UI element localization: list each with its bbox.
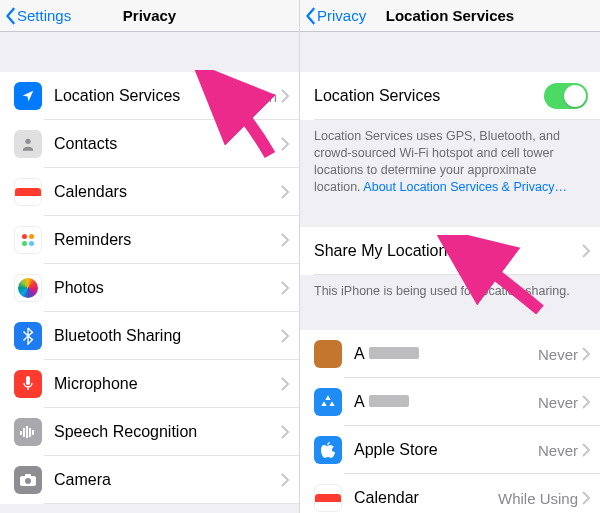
row-calendar-app[interactable]: Calendar While Using — [300, 474, 600, 513]
camera-icon — [14, 466, 42, 494]
back-label: Privacy — [317, 7, 366, 24]
chevron-left-icon — [304, 7, 318, 25]
apps-list: A Never A Never Apple Store Never — [300, 330, 600, 513]
chevron-right-icon — [281, 137, 289, 151]
row-app[interactable]: A Never — [300, 330, 600, 378]
contacts-icon — [14, 130, 42, 158]
about-link[interactable]: About Location Services & Privacy… — [363, 180, 567, 194]
microphone-icon — [14, 370, 42, 398]
svg-rect-9 — [25, 474, 31, 477]
row-label: Reminders — [54, 231, 281, 249]
row-photos[interactable]: Photos — [0, 264, 299, 312]
row-microphone[interactable]: Microphone — [0, 360, 299, 408]
row-location-services[interactable]: Location Services On — [0, 72, 299, 120]
bluetooth-icon — [14, 322, 42, 350]
chevron-right-icon — [582, 244, 590, 258]
photos-icon — [14, 274, 42, 302]
row-value: While Using — [498, 490, 578, 507]
back-button-privacy[interactable]: Privacy — [300, 7, 366, 25]
toggle-switch[interactable] — [544, 83, 588, 109]
section-gap — [300, 202, 600, 227]
chevron-right-icon — [582, 395, 590, 409]
row-label: Contacts — [54, 135, 281, 153]
row-value: Never — [538, 346, 578, 363]
row-value: Never — [538, 394, 578, 411]
row-label: Calendars — [54, 183, 281, 201]
chevron-right-icon — [582, 491, 590, 505]
row-label: Location Services — [54, 87, 257, 105]
master-toggle-list: Location Services — [300, 72, 600, 120]
chevron-right-icon — [281, 425, 289, 439]
navbar-left: Settings Privacy — [0, 0, 299, 32]
app-icon — [314, 388, 342, 416]
chevron-right-icon — [281, 329, 289, 343]
row-label: A — [354, 345, 538, 363]
row-label: Calendar — [354, 489, 498, 507]
section-gap — [300, 32, 600, 72]
row-contacts[interactable]: Contacts — [0, 120, 299, 168]
location-services-pane: Privacy Location Services Location Servi… — [300, 0, 600, 513]
svg-rect-6 — [32, 430, 34, 435]
row-label: Microphone — [54, 375, 281, 393]
chevron-right-icon — [281, 233, 289, 247]
svg-point-8 — [25, 478, 31, 484]
row-speech[interactable]: Speech Recognition — [0, 408, 299, 456]
speech-icon — [14, 418, 42, 446]
apple-store-icon — [314, 436, 342, 464]
row-calendars[interactable]: Calendars — [0, 168, 299, 216]
app-icon — [314, 340, 342, 368]
chevron-right-icon — [281, 377, 289, 391]
section-gap — [300, 305, 600, 330]
row-location-toggle[interactable]: Location Services — [300, 72, 600, 120]
svg-point-0 — [25, 139, 30, 144]
chevron-right-icon — [281, 281, 289, 295]
blurred-text — [369, 395, 409, 407]
row-label: Speech Recognition — [54, 423, 281, 441]
navbar-right: Privacy Location Services — [300, 0, 600, 32]
calendar-icon — [14, 178, 42, 206]
row-camera[interactable]: Camera — [0, 456, 299, 504]
blurred-text — [369, 347, 419, 359]
row-label: A — [354, 393, 538, 411]
share-location-list: Share My Location — [300, 227, 600, 275]
row-reminders[interactable]: Reminders — [0, 216, 299, 264]
chevron-right-icon — [281, 89, 289, 103]
row-value: Never — [538, 442, 578, 459]
share-description: This iPhone is being used for location s… — [300, 275, 600, 306]
privacy-list: Location Services On Contacts Calendars — [0, 72, 299, 504]
row-share-location[interactable]: Share My Location — [300, 227, 600, 275]
svg-rect-5 — [29, 428, 31, 437]
row-label: Apple Store — [354, 441, 538, 459]
svg-rect-2 — [20, 431, 22, 435]
row-label: Location Services — [314, 87, 544, 105]
row-app[interactable]: A Never — [300, 378, 600, 426]
section-gap — [0, 32, 299, 72]
calendar-icon — [314, 484, 342, 512]
chevron-left-icon — [4, 7, 18, 25]
chevron-right-icon — [582, 443, 590, 457]
row-bluetooth[interactable]: Bluetooth Sharing — [0, 312, 299, 360]
privacy-pane: Settings Privacy Location Services On Co… — [0, 0, 300, 513]
reminders-icon — [14, 226, 42, 254]
back-label: Settings — [17, 7, 71, 24]
location-description: Location Services uses GPS, Bluetooth, a… — [300, 120, 600, 202]
row-label: Photos — [54, 279, 281, 297]
svg-rect-4 — [26, 426, 28, 438]
row-apple-store[interactable]: Apple Store Never — [300, 426, 600, 474]
svg-rect-3 — [23, 428, 25, 437]
location-icon — [14, 82, 42, 110]
chevron-right-icon — [281, 185, 289, 199]
svg-rect-1 — [26, 376, 30, 385]
chevron-right-icon — [582, 347, 590, 361]
row-label: Share My Location — [314, 242, 582, 260]
back-button-settings[interactable]: Settings — [0, 7, 71, 25]
chevron-right-icon — [281, 473, 289, 487]
row-label: Bluetooth Sharing — [54, 327, 281, 345]
row-value: On — [257, 88, 277, 105]
row-label: Camera — [54, 471, 281, 489]
